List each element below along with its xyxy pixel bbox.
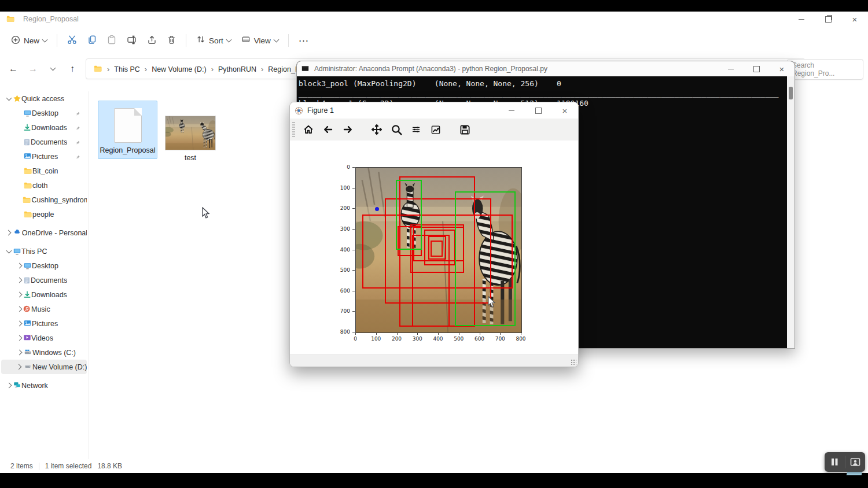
paste-icon xyxy=(107,35,116,46)
figure-close-button[interactable]: × xyxy=(551,102,578,119)
search-input[interactable]: Search Region_Pro... xyxy=(787,59,863,80)
pin-icon[interactable] xyxy=(76,139,82,149)
plot-area[interactable] xyxy=(355,167,522,333)
breadcrumb-segment[interactable]: This PC xyxy=(111,64,143,75)
explorer-restore-button[interactable] xyxy=(815,12,841,27)
figure-maximize-button[interactable] xyxy=(525,102,551,119)
sort-button[interactable]: Sort xyxy=(191,32,236,49)
chevron-right-icon[interactable] xyxy=(16,263,22,269)
download-icon xyxy=(23,124,31,132)
y-tick-label: 100 xyxy=(335,185,350,191)
chevron-right-icon[interactable] xyxy=(16,321,22,327)
sidebar-item-desktop[interactable]: Desktop xyxy=(1,106,87,120)
chevron-down-icon[interactable] xyxy=(6,247,12,253)
sidebar-item-pictures[interactable]: Pictures xyxy=(1,316,87,331)
sidebar-item-this-pc[interactable]: This PC xyxy=(1,244,87,258)
pin-icon[interactable] xyxy=(76,124,82,135)
console-maximize-button[interactable] xyxy=(744,61,769,76)
explorer-minimize-button[interactable] xyxy=(788,12,815,27)
sidebar-item-bit-coin[interactable]: Bit_coin xyxy=(1,164,87,178)
download-icon xyxy=(23,291,31,299)
sidebar-item-documents[interactable]: Documents xyxy=(1,273,87,287)
save-button[interactable] xyxy=(455,121,475,138)
x-tick-label: 100 xyxy=(370,336,382,342)
forward-button[interactable] xyxy=(338,121,358,138)
subplots-button[interactable] xyxy=(406,121,426,138)
zoom-button[interactable] xyxy=(387,121,406,138)
sidebar-item-pictures[interactable]: Pictures xyxy=(1,149,87,164)
back-button[interactable]: ← xyxy=(3,60,23,77)
resize-grip-icon[interactable] xyxy=(571,359,576,365)
sidebar-item-downloads[interactable]: Downloads xyxy=(1,287,87,302)
chevron-right-icon[interactable] xyxy=(16,306,22,312)
sidebar-item-cloth[interactable]: cloth xyxy=(1,178,87,193)
cloud-icon xyxy=(13,230,22,236)
chevron-right-icon[interactable] xyxy=(16,278,22,283)
figure-minimize-button[interactable] xyxy=(498,102,525,119)
chevron-right-icon[interactable] xyxy=(16,292,22,298)
chevron-down-icon xyxy=(50,65,56,71)
back-button[interactable] xyxy=(318,121,338,138)
folder-icon xyxy=(22,196,31,204)
pause-icon xyxy=(830,457,839,467)
pin-icon[interactable] xyxy=(76,153,82,164)
axes-button[interactable] xyxy=(426,121,446,138)
presenter-button[interactable] xyxy=(845,452,866,472)
console-scrollbar[interactable] xyxy=(787,76,795,348)
sidebar-item-label: Cushing_syndrome xyxy=(31,196,87,204)
chevron-right-icon[interactable] xyxy=(6,230,12,236)
file-tile-region_proposal[interactable]: Region_Proposal xyxy=(98,101,157,159)
figure-titlebar[interactable]: Figure 1 × xyxy=(290,102,578,119)
chevron-down-icon[interactable] xyxy=(6,95,12,101)
view-button[interactable]: View xyxy=(236,32,284,49)
pin-icon[interactable] xyxy=(76,110,82,120)
pan-button[interactable] xyxy=(367,121,387,138)
more-options-button[interactable]: ⋯ xyxy=(293,31,314,50)
up-button[interactable]: ↑ xyxy=(62,60,82,77)
explorer-close-button[interactable]: × xyxy=(841,12,868,27)
breadcrumb-segment[interactable]: PythonRUN xyxy=(215,64,260,75)
status-separator xyxy=(39,463,39,470)
breadcrumb-segment[interactable]: New Volume (D:) xyxy=(148,64,209,75)
y-tick-mark xyxy=(352,208,355,209)
sidebar-item-onedrive-personal[interactable]: OneDrive - Personal xyxy=(1,225,87,240)
new-button[interactable]: New xyxy=(6,32,52,50)
toolbar-grip[interactable] xyxy=(292,122,295,137)
cut-button[interactable] xyxy=(62,31,82,50)
sidebar-item-documents[interactable]: Documents xyxy=(1,135,87,149)
console-scrollbar-thumb[interactable] xyxy=(789,87,793,99)
rename-button[interactable] xyxy=(122,32,142,50)
explorer-titlebar[interactable]: Region_Proposal × xyxy=(0,12,868,27)
pause-button[interactable] xyxy=(825,452,845,472)
sidebar-item-new-volume-d-[interactable]: New Volume (D:) xyxy=(1,360,87,374)
file-tile-test[interactable]: test xyxy=(164,116,216,162)
delete-button[interactable] xyxy=(162,32,181,50)
sidebar-item-quick-access[interactable]: Quick access xyxy=(1,91,87,106)
sidebar-item-people[interactable]: people xyxy=(1,207,87,221)
copy-button[interactable] xyxy=(82,31,102,50)
sidebar-item-windows-c-[interactable]: Windows (C:) xyxy=(1,345,87,360)
sidebar-item-music[interactable]: Music xyxy=(1,302,87,316)
sidebar-item-downloads[interactable]: Downloads xyxy=(1,120,87,135)
recent-locations-button[interactable] xyxy=(43,60,62,77)
paste-button[interactable] xyxy=(102,31,122,50)
sidebar-item-label: cloth xyxy=(32,182,47,190)
sidebar-item-network[interactable]: Network xyxy=(1,378,87,393)
console-minimize-button[interactable] xyxy=(718,61,744,76)
chevron-down-icon xyxy=(42,37,48,43)
chevron-right-icon[interactable] xyxy=(16,350,22,356)
forward-button[interactable]: → xyxy=(23,60,43,77)
chevron-right-icon[interactable] xyxy=(16,364,22,370)
chevron-right-icon[interactable] xyxy=(6,383,12,389)
cut-icon xyxy=(67,35,77,46)
home-button[interactable] xyxy=(299,121,318,138)
sidebar-item-videos[interactable]: Videos xyxy=(1,331,87,345)
sidebar-item-cushing-syndrome[interactable]: Cushing_syndrome xyxy=(1,193,87,207)
chevron-right-icon[interactable] xyxy=(16,335,22,341)
share-button[interactable] xyxy=(142,32,162,50)
x-tick-mark xyxy=(417,332,418,335)
console-close-button[interactable]: × xyxy=(769,61,795,76)
sidebar-item-desktop[interactable]: Desktop xyxy=(1,258,87,273)
console-titlebar[interactable]: Administrator: Anaconda Prompt (Anaconda… xyxy=(297,61,795,76)
figure-window-title: Figure 1 xyxy=(307,106,334,114)
